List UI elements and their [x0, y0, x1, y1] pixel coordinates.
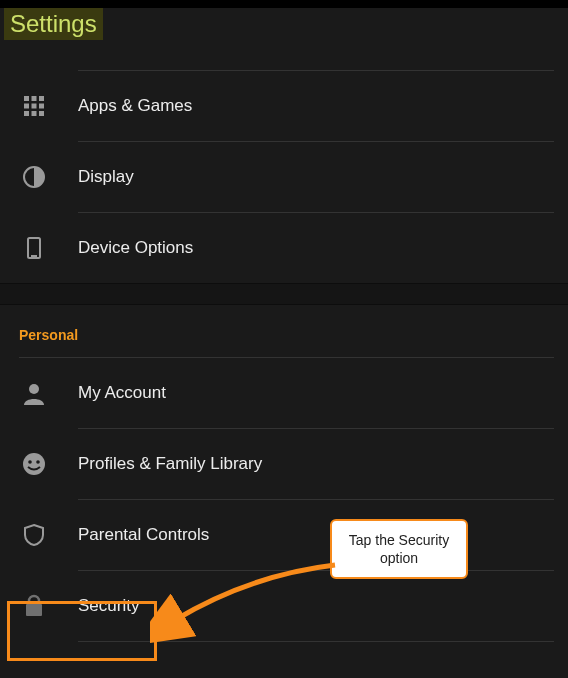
profiles-face-icon	[22, 452, 46, 476]
svg-rect-4	[32, 104, 37, 109]
row-display[interactable]: Display	[0, 142, 568, 212]
row-label: Security	[78, 596, 139, 616]
apps-grid-icon	[22, 94, 46, 118]
svg-rect-16	[26, 604, 42, 616]
page-title: Settings	[4, 8, 103, 40]
svg-rect-5	[39, 104, 44, 109]
parental-shield-icon	[22, 523, 46, 547]
svg-point-13	[23, 453, 45, 475]
row-label: My Account	[78, 383, 166, 403]
device-section: Apps & Games Display Device Options	[0, 70, 568, 283]
display-contrast-icon	[22, 165, 46, 189]
row-label: Parental Controls	[78, 525, 209, 545]
personal-section: My Account Profiles & Family Library	[0, 358, 568, 642]
row-label: Display	[78, 167, 134, 187]
svg-rect-0	[24, 96, 29, 101]
svg-rect-6	[24, 111, 29, 116]
svg-rect-1	[32, 96, 37, 101]
row-device-options[interactable]: Device Options	[0, 213, 568, 283]
row-label: Apps & Games	[78, 96, 192, 116]
svg-rect-8	[39, 111, 44, 116]
row-label: Device Options	[78, 238, 193, 258]
security-lock-icon	[22, 594, 46, 618]
svg-point-12	[29, 384, 39, 394]
row-apps-games[interactable]: Apps & Games	[0, 71, 568, 141]
row-security[interactable]: Security	[0, 571, 568, 641]
personal-header: Personal	[0, 305, 568, 357]
device-phone-icon	[22, 236, 46, 260]
svg-point-14	[28, 460, 32, 464]
svg-rect-7	[32, 111, 37, 116]
svg-rect-3	[24, 104, 29, 109]
row-label: Profiles & Family Library	[78, 454, 262, 474]
row-my-account[interactable]: My Account	[0, 358, 568, 428]
account-person-icon	[22, 381, 46, 405]
svg-point-15	[36, 460, 40, 464]
row-parental-controls[interactable]: Parental Controls	[0, 500, 568, 570]
svg-rect-2	[39, 96, 44, 101]
row-profiles-family[interactable]: Profiles & Family Library	[0, 429, 568, 499]
